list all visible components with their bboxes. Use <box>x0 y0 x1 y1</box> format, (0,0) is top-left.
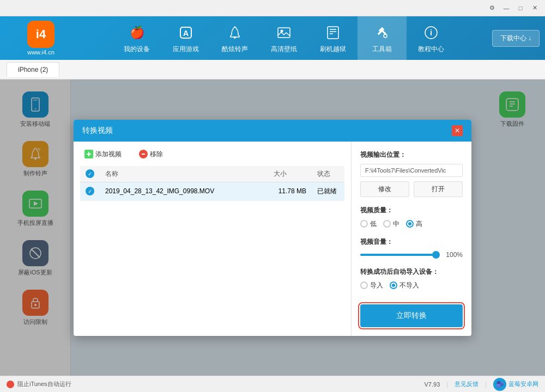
auto-import-yes-radio <box>360 281 368 289</box>
quality-low-label: 低 <box>370 219 377 229</box>
header: i4 www.i4.cn 🍎 我的设备 A 应用游戏 酷炫铃声 高清壁纸 <box>0 16 545 60</box>
subheader: iPhone (2) <box>0 60 545 79</box>
col-status: 状态 <box>312 166 344 182</box>
ringtone-icon <box>225 23 245 42</box>
nav-label-my-device: 我的设备 <box>124 45 150 54</box>
auto-import-no[interactable]: 不导入 <box>390 281 419 290</box>
statusbar-right: V7.93 | 意见反馈 | 🫐 蓝莓安卓网 <box>425 378 538 391</box>
modal-close-button[interactable]: ✕ <box>452 125 463 136</box>
svg-rect-3 <box>278 28 290 38</box>
nav-label-wallpaper: 高清壁纸 <box>271 45 297 54</box>
row-check: ✓ <box>80 182 100 200</box>
quality-radio-group: 低 中 高 <box>360 219 463 229</box>
itunes-section: 阻止iTunes自动运行 <box>7 380 71 388</box>
nav-label-toolbox: 工具箱 <box>372 45 392 54</box>
nav-item-wallpaper[interactable]: 高清壁纸 <box>259 16 308 60</box>
nav-item-jailbreak[interactable]: 刷机越狱 <box>308 16 358 60</box>
convert-now-button[interactable]: 立即转换 <box>360 304 463 327</box>
output-path-display: F:\i4Tools7\Files\ConvertedVic <box>360 164 463 177</box>
auto-import-no-label: 不导入 <box>399 281 419 290</box>
main-content: 安装移动端 制作铃声 手机投屏直播 屏蔽iOS更新 访问限制 <box>0 79 545 376</box>
app-game-icon: A <box>176 23 196 42</box>
auto-import-radio-group: 导入 不导入 <box>360 281 463 290</box>
volume-slider-fill <box>360 254 439 256</box>
volume-slider-track[interactable] <box>360 254 439 256</box>
main-nav: 🍎 我的设备 A 应用游戏 酷炫铃声 高清壁纸 刷机越狱 <box>76 16 492 60</box>
add-video-label: 添加视频 <box>95 150 122 159</box>
nav-item-app-game[interactable]: A 应用游戏 <box>161 16 210 60</box>
statusbar: 阻止iTunes自动运行 V7.93 | 意见反馈 | 🫐 蓝莓安卓网 <box>0 376 545 392</box>
quality-high-radio <box>406 220 414 228</box>
itunes-stop-icon <box>7 381 14 388</box>
modal-body: 添加视频 移除 <box>74 142 471 336</box>
app-logo: i4 <box>27 21 55 48</box>
col-size: 大小 <box>268 166 312 182</box>
quality-low-radio <box>360 220 368 228</box>
volume-slider-thumb[interactable] <box>432 251 440 259</box>
modal-header: 转换视频 ✕ <box>74 120 471 142</box>
logo-area: i4 www.i4.cn <box>5 21 76 56</box>
window-controls: ⚙ — □ ✕ <box>486 2 541 14</box>
download-center-button[interactable]: 下载中心 ↓ <box>492 30 540 47</box>
toolbox-icon <box>372 23 392 42</box>
svg-rect-19 <box>88 152 89 156</box>
modal-left-panel: 添加视频 移除 <box>74 142 352 336</box>
svg-text:A: A <box>183 29 189 38</box>
volume-value-display: 100% <box>443 251 463 259</box>
jailbreak-icon <box>323 23 343 42</box>
quality-high[interactable]: 高 <box>406 219 422 229</box>
version-badge: V7.93 <box>425 381 440 388</box>
volume-section-title: 视频音量： <box>360 237 463 247</box>
path-buttons: 修改 打开 <box>360 181 463 197</box>
nav-label-tutorial: 教程中心 <box>418 45 444 54</box>
svg-rect-5 <box>328 27 338 39</box>
tutorial-icon: i <box>421 23 441 42</box>
remove-video-label: 移除 <box>150 150 163 159</box>
output-section-title: 视频输出位置： <box>360 150 463 160</box>
settings-button[interactable]: ⚙ <box>486 2 498 14</box>
row-size: 11.78 MB <box>268 182 312 200</box>
close-button[interactable]: ✕ <box>529 2 541 14</box>
remove-video-icon <box>139 150 148 158</box>
add-video-button[interactable]: 添加视频 <box>80 148 126 161</box>
row-status: 已就绪 <box>312 182 344 200</box>
header-check-icon: ✓ <box>86 169 94 178</box>
modify-path-button[interactable]: 修改 <box>360 181 409 197</box>
itunes-text: 阻止iTunes自动运行 <box>17 380 71 388</box>
modal-toolbar: 添加视频 移除 <box>80 148 344 161</box>
quality-mid-label: 中 <box>393 219 399 229</box>
auto-import-yes[interactable]: 导入 <box>360 281 383 290</box>
modal-title: 转换视频 <box>82 126 113 136</box>
nav-item-toolbox[interactable]: 工具箱 <box>358 16 407 60</box>
quality-high-label: 高 <box>416 219 422 229</box>
svg-rect-21 <box>142 154 145 155</box>
modal-right-panel: 视频输出位置： F:\i4Tools7\Files\ConvertedVic 修… <box>352 142 471 336</box>
nav-label-ringtone: 酷炫铃声 <box>222 45 248 54</box>
add-video-icon <box>84 150 93 158</box>
blueberry-brand: 🫐 蓝莓安卓网 <box>493 378 538 391</box>
blueberry-icon: 🫐 <box>493 378 506 391</box>
nav-item-ringtone[interactable]: 酷炫铃声 <box>210 16 259 60</box>
nav-item-my-device[interactable]: 🍎 我的设备 <box>112 16 161 60</box>
quality-section: 视频质量： 低 中 高 <box>360 206 463 229</box>
convert-video-modal: 转换视频 ✕ 添加视频 <box>74 120 471 336</box>
svg-text:i: i <box>430 28 432 37</box>
device-tab[interactable]: iPhone (2) <box>7 62 59 77</box>
auto-import-section: 转换成功后自动导入设备： 导入 不导入 <box>360 267 463 290</box>
quality-low[interactable]: 低 <box>360 219 377 229</box>
nav-item-tutorial[interactable]: i 教程中心 <box>407 16 456 60</box>
open-path-button[interactable]: 打开 <box>414 181 463 197</box>
titlebar: ⚙ — □ ✕ <box>0 0 545 16</box>
minimize-button[interactable]: — <box>500 2 512 14</box>
maximize-button[interactable]: □ <box>514 2 526 14</box>
separator2: | <box>485 381 487 388</box>
quality-section-title: 视频质量： <box>360 206 463 215</box>
quality-mid[interactable]: 中 <box>383 219 399 229</box>
file-table: ✓ 名称 大小 状态 ✓ <box>80 166 344 201</box>
col-name: 名称 <box>100 166 268 182</box>
table-row[interactable]: ✓ 2019_04_28_13_42_IMG_0998.MOV 11.78 MB… <box>80 182 344 200</box>
col-check: ✓ <box>80 166 100 182</box>
feedback-button[interactable]: 意见反馈 <box>455 380 479 388</box>
output-section: 视频输出位置： F:\i4Tools7\Files\ConvertedVic 修… <box>360 150 463 197</box>
remove-video-button[interactable]: 移除 <box>135 148 167 161</box>
